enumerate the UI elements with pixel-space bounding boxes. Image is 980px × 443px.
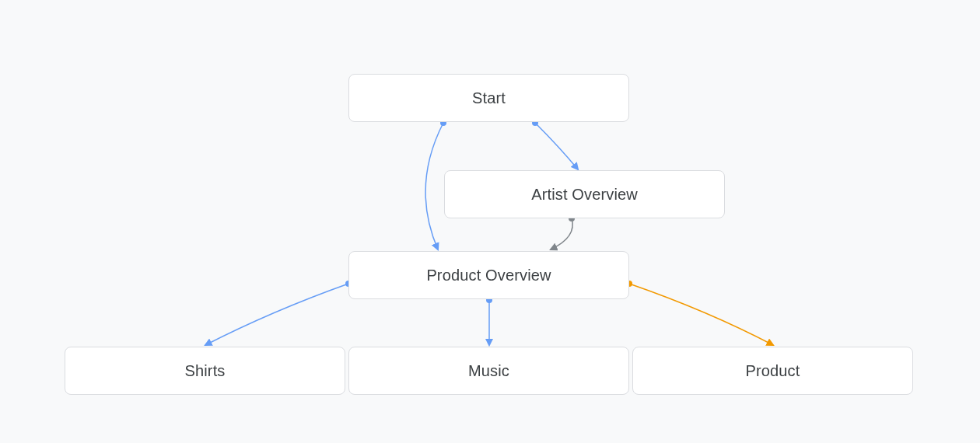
- node-label: Shirts: [184, 362, 225, 380]
- node-product[interactable]: Product: [632, 347, 913, 395]
- node-label: Start: [472, 89, 506, 107]
- node-shirts[interactable]: Shirts: [65, 347, 345, 395]
- node-label: Artist Overview: [531, 186, 638, 204]
- node-start[interactable]: Start: [348, 74, 629, 122]
- node-label: Product: [746, 362, 800, 380]
- node-artist-overview[interactable]: Artist Overview: [444, 170, 725, 218]
- node-product-overview[interactable]: Product Overview: [348, 251, 629, 299]
- node-label: Music: [468, 362, 509, 380]
- node-label: Product Overview: [426, 267, 551, 284]
- node-music[interactable]: Music: [348, 347, 629, 395]
